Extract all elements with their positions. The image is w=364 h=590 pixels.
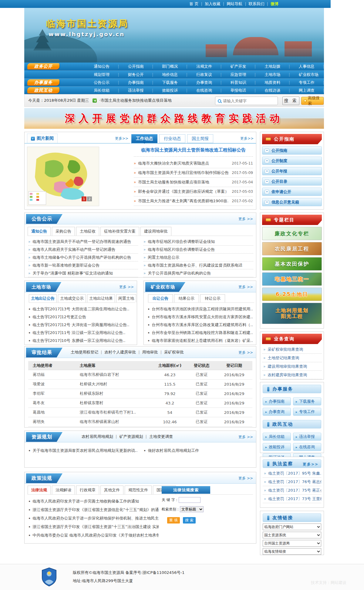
query-item[interactable]: »建设用地审批结果查询 — [262, 362, 322, 371]
policy-law-item[interactable]: •浙江省国土资源厅关于印发《浙江省国土资源“十三五”法治国土建设 实施方案》的.… — [28, 523, 159, 531]
mining-market-item[interactable]: •台州市临海市洪池区块排洪应急工程排洪隧洞开挖建筑用.. — [147, 305, 254, 313]
nav-link[interactable]: 地灾防治 — [332, 72, 364, 77]
mining-market-item[interactable]: •台州市临海市方溪水库库区公路改复建工程建筑用石料（.. — [147, 321, 254, 329]
mining-item-title[interactable]: 台州市金华至台州铁路工程临海段挖方路基和隧道工程建.. — [152, 330, 253, 336]
mining-market-item[interactable]: •台州市临海市方溪水库移民安置点大田街道方家弄区块建.. — [147, 313, 254, 321]
nav-link[interactable]: 办事查询 — [192, 80, 226, 85]
land-item-title[interactable]: 临土告字[2017]10号 东塍镇一宗工业用地出让公告.. — [32, 338, 125, 343]
service-button[interactable]: ▸下载服务 — [293, 397, 321, 405]
service-button[interactable]: ▸专项工作 — [293, 408, 321, 416]
nav-link[interactable]: 矿产开发 — [226, 64, 261, 69]
planning-category-link[interactable]: 矿产资源规划 — [120, 434, 149, 439]
nav-link[interactable]: 矿业权市场 — [295, 72, 333, 77]
nav-link[interactable]: 人事信息 — [295, 64, 329, 69]
notice-item[interactable]: »关于公开选择房地产评估机构的公告 — [143, 269, 253, 277]
land-item-title[interactable]: 临土告字[2017]12号更正公告 — [32, 314, 86, 320]
enforcement-item[interactable]: »临土资罚〔2017〕75号 蒋正会.. — [263, 486, 321, 495]
nav-link[interactable]: 部门概况 — [158, 64, 192, 69]
policy-law-item[interactable]: •中共临海市委办公室 临海市人民政府办公室印发《关于做好农村土地承包经营权确权登… — [28, 531, 159, 540]
interaction-button[interactable]: ▸在线咨询 — [293, 443, 321, 451]
tab-administrative-rules[interactable]: 行政规章 — [76, 486, 99, 494]
notice-title[interactable]: 关于公开选择房地产评估机构的公告 — [148, 271, 211, 276]
policy-law-item[interactable]: •浙江省国土资源厅关于印发《浙江省国土资源信息化“十三五”规划》的通知 — [28, 506, 159, 514]
top-link[interactable]: 加入收藏 — [205, 1, 227, 7]
land-market-item[interactable]: •临土告字[2017]10号 东塍镇一宗工业用地出让公告.. — [28, 337, 134, 345]
topic-banner[interactable]: 基本农田保护 — [262, 257, 322, 271]
approval-category-link[interactable]: 农村个人建房审批 — [104, 350, 142, 355]
news-title[interactable]: 市国土局大力推进“表土剥离”再造优质耕地1900亩.. — [138, 198, 229, 204]
topic-banner[interactable]: 宅基地三统一 — [262, 272, 322, 286]
policy-law-item-title[interactable]: 浙江省国土资源厅关于印发《浙江省国土资源“十三五”法治国土建设 实施方案》的.. — [32, 524, 159, 530]
policy-law-more-link[interactable]: 更多 >> — [238, 476, 253, 481]
news-item[interactable]: » 临海市大搬快治全力剿灭地质灾害隐患点 2017-05-11 — [134, 159, 253, 168]
policy-law-item-title[interactable]: 临海市人民政府办公室关于进一步深化耕地保护补偿机制、推进土地民主管理示范村建设的… — [32, 516, 159, 521]
guide-item[interactable]: ▾ 公开目录 — [262, 177, 322, 186]
notice-item[interactable]: »临海市国土资源局政务公开、行风建设监督员联系电话 — [143, 261, 253, 269]
photo-news-more-link[interactable]: 更多>> — [115, 136, 128, 141]
tab-mine-result[interactable]: 结果公示 — [174, 294, 199, 302]
service-button[interactable]: ▸办事指南 — [263, 397, 291, 405]
tab-land-expropriation[interactable]: 土地征收 — [76, 227, 99, 236]
nav-link[interactable]: 下载服务 — [158, 80, 192, 85]
notice-item[interactable]: »临海市征地区片综合价调整听证会须知 — [143, 238, 253, 246]
guide-item[interactable]: ▾ 公开年报 — [262, 167, 322, 175]
friend-link-select[interactable]: 台州国土资源局 — [263, 540, 321, 547]
topic-banner[interactable]: 农民康居工程 — [262, 242, 322, 255]
law-search-button[interactable]: 搜 索 — [183, 517, 196, 523]
news-item[interactable]: » 市国土局主动服务加快推动重点项目落地 2017-05-04 — [134, 178, 253, 187]
carousel-page-2[interactable]: 2 — [87, 196, 92, 201]
tab-construction-approval[interactable]: 建设用地审批 — [140, 227, 171, 236]
news-title[interactable]: 临海市国土资源局关于土地日宣传纸巾制作招标公告 — [138, 170, 229, 176]
interaction-button[interactable]: ▸局长信箱 — [263, 433, 291, 441]
advanced-search-button[interactable]: 高级搜索 — [301, 97, 324, 105]
search-input[interactable] — [223, 99, 278, 103]
tab-industry-news[interactable]: 行业动态 — [159, 134, 185, 143]
land-market-item[interactable]: •临土告字[2017]13号 大田街道二宗商住用地出让公告.. — [28, 305, 134, 313]
tab-work-news[interactable]: 工作动态 — [131, 134, 157, 143]
topic-banner[interactable]: 廉政文化专栏 — [262, 227, 322, 240]
notice-item[interactable]: »关于举办“清廉中国 精彩故事”征文活动的通知 — [28, 269, 138, 277]
land-item-title[interactable]: 临土告字[2017]12号 大洋街道一宗商服用地出让公告.. — [32, 322, 129, 328]
enforcement-item[interactable]: »临土资罚〔2017〕76号 蒋志伟.. — [263, 478, 321, 486]
nav-link[interactable]: 统计信息 — [329, 64, 363, 69]
notice-title[interactable]: 临海市土地储备中心关于公开选择房地产评估机构的公告 — [32, 255, 131, 260]
nav-link[interactable]: 网站导航 — [329, 88, 363, 93]
land-item-title[interactable]: 临土告字[2017]13号 大田街道二宗商住用地出让公告.. — [32, 306, 129, 312]
planning-item-title[interactable]: 关于临海市国土资源局首页农村居民点用地规划无更新的说.. — [32, 448, 137, 453]
planning-item[interactable]: •做好农村居民点用地规划工作 — [143, 447, 250, 455]
nav-link[interactable]: 地质资料 — [260, 80, 295, 85]
nav-link[interactable]: 财务公开 — [124, 72, 158, 77]
news-item[interactable]: » 部务会审议并通过《国土资源行政应诉规定（草案）.. 2017-05-03 — [134, 187, 253, 196]
notice-title[interactable]: 临海市征地区片综合价调整听证会公告 — [148, 247, 215, 252]
land-market-more-link[interactable]: 更多 >> — [119, 285, 134, 290]
query-item[interactable]: »土地登记结果查询 — [262, 354, 322, 362]
planning-item[interactable]: •关于临海市国土资源局首页农村居民点用地规划无更新的说.. — [28, 447, 137, 455]
planning-category-link[interactable]: 农村居民用地规划 — [82, 434, 119, 439]
news-title[interactable]: 临海市大搬快治全力剿灭地质灾害隐患点 — [138, 161, 229, 166]
policy-law-item-title[interactable]: 临海市人民政府印发关于进一步完善土地收购储备工作的通知 — [32, 499, 139, 504]
enforcement-item[interactable]: »临土资罚〔2017〕95号 朱鑫.. — [263, 469, 321, 478]
mining-market-more-link[interactable]: 更多 >> — [238, 285, 253, 290]
notice-title[interactable]: 临海市国土资源局关于不动产统一登记办理再提速的通告 — [32, 239, 131, 244]
notice-item[interactable]: »临海市征地区片综合价调整听证会公告 — [143, 246, 253, 254]
carousel-page-1[interactable]: 1 — [82, 196, 86, 201]
nav-link[interactable]: 计划管理 — [363, 64, 364, 69]
tab-land-transfer-notice[interactable]: 土地出让公告 — [29, 294, 57, 302]
news-title[interactable]: 市国土局主动服务加快推动重点项目落地 — [138, 179, 229, 185]
approval-more-link[interactable]: 更多 >> — [238, 350, 253, 355]
query-item[interactable]: »农村建房审批结果查询 — [262, 371, 322, 379]
policy-law-item[interactable]: •临海市人民政府办公室关于进一步深化耕地保护补偿机制、推进土地民主管理示范村建设… — [28, 514, 159, 523]
mining-item-title[interactable]: 台州市临海市方溪水库移民安置点大田街道方家弄区块建.. — [152, 314, 253, 320]
keyword-input[interactable] — [179, 497, 201, 503]
nav-link[interactable]: 局长信箱 — [89, 88, 124, 93]
nav-link[interactable]: 专项工作 — [295, 80, 329, 85]
tab-land-deal-publicity[interactable]: 土地成交公示 — [58, 294, 86, 302]
service-button[interactable]: ▸办事查询 — [263, 408, 291, 416]
approval-category-link[interactable]: 土地使用权登记 — [71, 350, 104, 355]
land-market-item[interactable]: •临土告字[2017]12号更正公告 — [28, 313, 134, 321]
search-type-select[interactable]: 文章标题 — [180, 506, 204, 512]
reset-button[interactable]: 重 填 — [167, 517, 180, 523]
top-link[interactable]: 联系我们 — [249, 1, 271, 7]
topic-banner[interactable]: 土地利用规划 阳光工程 — [262, 303, 322, 324]
notice-title[interactable]: 临海市国土资源局政务公开、行风建设监督员联系电话 — [148, 263, 242, 268]
